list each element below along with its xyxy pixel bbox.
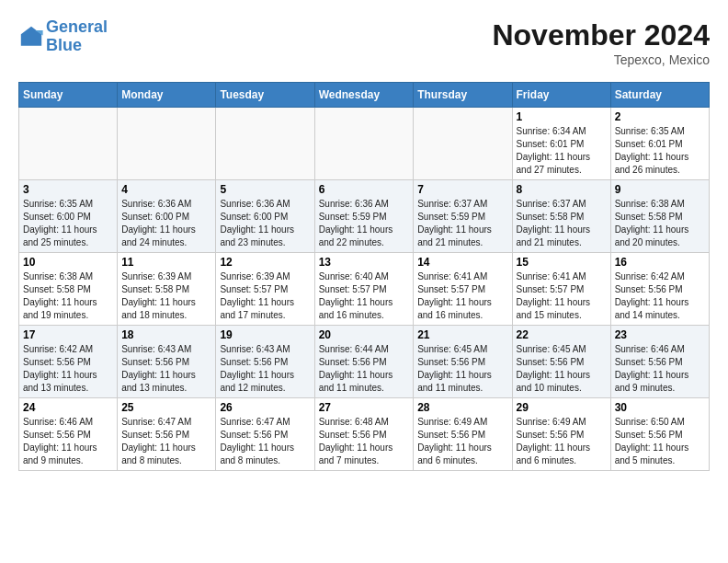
day-info: Sunrise: 6:36 AMSunset: 6:00 PMDaylight:… <box>121 198 211 249</box>
day-info: Sunrise: 6:40 AMSunset: 5:57 PMDaylight:… <box>319 270 410 322</box>
daylight-hours: Daylight: 11 hours <box>319 297 393 307</box>
calendar-cell: 20Sunrise: 6:44 AMSunset: 5:56 PMDayligh… <box>314 326 414 398</box>
day-info: Sunrise: 6:41 AMSunset: 5:57 PMDaylight:… <box>417 270 507 322</box>
day-info: Sunrise: 6:42 AMSunset: 5:56 PMDaylight:… <box>615 270 705 322</box>
calendar-week-row: 10Sunrise: 6:38 AMSunset: 5:58 PMDayligh… <box>19 253 710 326</box>
calendar-cell: 1Sunrise: 6:34 AMSunset: 6:01 PMDaylight… <box>512 108 610 180</box>
day-info: Sunrise: 6:45 AMSunset: 5:56 PMDaylight:… <box>417 343 507 395</box>
calendar-week-row: 24Sunrise: 6:46 AMSunset: 5:56 PMDayligh… <box>19 398 710 471</box>
daylight-hours: Daylight: 11 hours <box>615 224 689 235</box>
day-number: 11 <box>121 256 211 269</box>
day-number: 2 <box>615 110 705 123</box>
day-number: 4 <box>121 183 211 196</box>
day-number: 20 <box>319 328 410 341</box>
day-info: Sunrise: 6:41 AMSunset: 5:57 PMDaylight:… <box>517 270 607 322</box>
calendar-cell: 7Sunrise: 6:37 AMSunset: 5:59 PMDaylight… <box>414 180 512 253</box>
day-number: 27 <box>319 401 410 414</box>
calendar-cell <box>314 108 414 180</box>
calendar-cell: 8Sunrise: 6:37 AMSunset: 5:58 PMDaylight… <box>512 180 610 253</box>
day-number: 19 <box>220 328 310 341</box>
calendar-body: 1Sunrise: 6:34 AMSunset: 6:01 PMDaylight… <box>19 108 710 471</box>
calendar-cell: 6Sunrise: 6:36 AMSunset: 5:59 PMDaylight… <box>314 180 414 253</box>
calendar-header: SundayMondayTuesdayWednesdayThursdayFrid… <box>19 83 710 108</box>
day-info: Sunrise: 6:49 AMSunset: 5:56 PMDaylight:… <box>417 416 507 467</box>
day-number: 12 <box>220 256 310 269</box>
daylight-hours: Daylight: 11 hours <box>517 370 591 380</box>
day-number: 24 <box>23 401 113 414</box>
location: Tepexco, Mexico <box>492 52 710 67</box>
calendar-cell: 30Sunrise: 6:50 AMSunset: 5:56 PMDayligh… <box>610 398 709 471</box>
calendar-cell: 5Sunrise: 6:36 AMSunset: 6:00 PMDaylight… <box>216 180 314 253</box>
day-info: Sunrise: 6:37 AMSunset: 5:58 PMDaylight:… <box>517 198 607 249</box>
daylight-hours: Daylight: 11 hours <box>517 297 591 307</box>
daylight-hours: Daylight: 11 hours <box>417 297 492 307</box>
day-number: 26 <box>220 401 310 414</box>
page: General Blue November 2024 Tepexco, Mexi… <box>0 0 728 480</box>
day-number: 14 <box>417 256 507 269</box>
day-info: Sunrise: 6:34 AMSunset: 6:01 PMDaylight:… <box>517 125 607 177</box>
daylight-hours: Daylight: 11 hours <box>220 442 294 453</box>
day-info: Sunrise: 6:44 AMSunset: 5:56 PMDaylight:… <box>319 343 410 395</box>
calendar-cell <box>118 108 216 180</box>
day-number: 21 <box>417 328 507 341</box>
day-info: Sunrise: 6:50 AMSunset: 5:56 PMDaylight:… <box>615 416 705 467</box>
calendar-cell: 14Sunrise: 6:41 AMSunset: 5:57 PMDayligh… <box>414 253 512 326</box>
daylight-hours: Daylight: 11 hours <box>417 442 492 453</box>
day-info: Sunrise: 6:45 AMSunset: 5:56 PMDaylight:… <box>517 343 607 395</box>
day-number: 1 <box>517 110 607 123</box>
calendar-cell: 27Sunrise: 6:48 AMSunset: 5:56 PMDayligh… <box>314 398 414 471</box>
weekday-header-tuesday: Tuesday <box>216 83 314 108</box>
daylight-hours: Daylight: 11 hours <box>417 224 492 235</box>
title-block: November 2024 Tepexco, Mexico <box>492 18 710 67</box>
daylight-hours: Daylight: 11 hours <box>319 370 393 380</box>
daylight-hours: Daylight: 11 hours <box>220 297 294 307</box>
calendar-cell: 15Sunrise: 6:41 AMSunset: 5:57 PMDayligh… <box>512 253 610 326</box>
day-number: 17 <box>23 328 113 341</box>
day-info: Sunrise: 6:42 AMSunset: 5:56 PMDaylight:… <box>23 343 113 395</box>
day-info: Sunrise: 6:38 AMSunset: 5:58 PMDaylight:… <box>23 270 113 322</box>
calendar-week-row: 3Sunrise: 6:35 AMSunset: 6:00 PMDaylight… <box>19 180 710 253</box>
daylight-hours: Daylight: 11 hours <box>23 224 97 235</box>
calendar-cell: 23Sunrise: 6:46 AMSunset: 5:56 PMDayligh… <box>610 326 709 398</box>
calendar-cell <box>19 108 118 180</box>
day-info: Sunrise: 6:36 AMSunset: 5:59 PMDaylight:… <box>319 198 410 249</box>
day-info: Sunrise: 6:39 AMSunset: 5:58 PMDaylight:… <box>121 270 211 322</box>
daylight-hours: Daylight: 11 hours <box>615 370 689 380</box>
daylight-hours: Daylight: 11 hours <box>319 224 393 235</box>
weekday-header-sunday: Sunday <box>19 83 118 108</box>
weekday-header-wednesday: Wednesday <box>314 83 414 108</box>
calendar-cell: 18Sunrise: 6:43 AMSunset: 5:56 PMDayligh… <box>118 326 216 398</box>
calendar-cell: 13Sunrise: 6:40 AMSunset: 5:57 PMDayligh… <box>314 253 414 326</box>
calendar-cell: 9Sunrise: 6:38 AMSunset: 5:58 PMDaylight… <box>610 180 709 253</box>
calendar-cell: 4Sunrise: 6:36 AMSunset: 6:00 PMDaylight… <box>118 180 216 253</box>
calendar-cell: 22Sunrise: 6:45 AMSunset: 5:56 PMDayligh… <box>512 326 610 398</box>
daylight-hours: Daylight: 11 hours <box>319 442 393 453</box>
day-number: 23 <box>615 328 705 341</box>
daylight-hours: Daylight: 11 hours <box>220 370 294 380</box>
calendar-cell: 19Sunrise: 6:43 AMSunset: 5:56 PMDayligh… <box>216 326 314 398</box>
daylight-hours: Daylight: 11 hours <box>121 224 196 235</box>
day-info: Sunrise: 6:47 AMSunset: 5:56 PMDaylight:… <box>220 416 310 467</box>
day-number: 30 <box>615 401 705 414</box>
calendar-week-row: 1Sunrise: 6:34 AMSunset: 6:01 PMDaylight… <box>19 108 710 180</box>
day-info: Sunrise: 6:49 AMSunset: 5:56 PMDaylight:… <box>517 416 607 467</box>
day-info: Sunrise: 6:36 AMSunset: 6:00 PMDaylight:… <box>220 198 310 249</box>
daylight-hours: Daylight: 11 hours <box>517 442 591 453</box>
calendar-cell: 24Sunrise: 6:46 AMSunset: 5:56 PMDayligh… <box>19 398 118 471</box>
day-number: 18 <box>121 328 211 341</box>
day-number: 9 <box>615 183 705 196</box>
weekday-header-saturday: Saturday <box>610 83 709 108</box>
daylight-hours: Daylight: 11 hours <box>121 297 196 307</box>
weekday-header-friday: Friday <box>512 83 610 108</box>
daylight-hours: Daylight: 11 hours <box>23 442 97 453</box>
daylight-hours: Daylight: 11 hours <box>517 152 591 162</box>
day-info: Sunrise: 6:37 AMSunset: 5:59 PMDaylight:… <box>417 198 507 249</box>
calendar-cell: 29Sunrise: 6:49 AMSunset: 5:56 PMDayligh… <box>512 398 610 471</box>
logo-line2: Blue <box>46 36 82 54</box>
day-info: Sunrise: 6:35 AMSunset: 6:01 PMDaylight:… <box>615 125 705 177</box>
calendar-cell <box>216 108 314 180</box>
day-number: 25 <box>121 401 211 414</box>
daylight-hours: Daylight: 11 hours <box>615 152 689 162</box>
day-number: 10 <box>23 256 113 269</box>
day-info: Sunrise: 6:35 AMSunset: 6:00 PMDaylight:… <box>23 198 113 249</box>
